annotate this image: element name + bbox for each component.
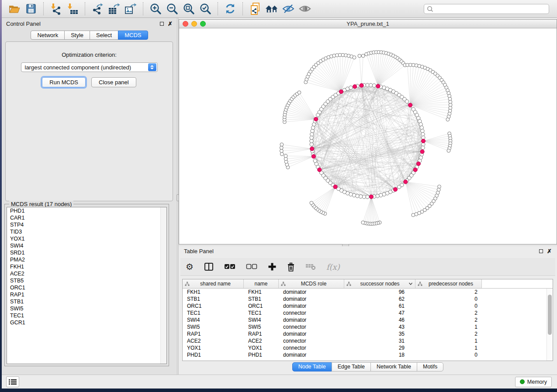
zoom-fit-icon [183,3,195,15]
column-header-name[interactable]: name [244,279,279,288]
table-row[interactable]: SWI5SWI5connector431 [183,323,553,330]
clone-network-button[interactable] [248,2,262,16]
table-row[interactable]: PHD1PHD1dominator180 [183,351,553,358]
export-table-button[interactable] [107,2,121,16]
close-panel-button[interactable]: Close panel [91,77,136,87]
mcds-result-item[interactable]: STP4 [7,221,166,228]
table-toolbar: ⚙ [180,258,555,276]
select-all-columns-button[interactable] [224,261,235,272]
export-image-button[interactable] [124,2,138,16]
column-header-predecessor-nodes[interactable]: predecessor nodes [415,279,482,288]
network-canvas[interactable] [179,28,557,244]
cell-shared-name: YOX1 [183,344,244,351]
memory-button[interactable]: Memory [515,377,552,387]
zoom-in-button[interactable] [149,2,163,16]
status-bar: Memory [2,375,557,389]
apply-preferred-layout-button[interactable] [223,2,237,16]
window-close-icon[interactable] [183,21,188,27]
table-row[interactable]: FKH1FKH1dominator962 [183,289,553,296]
table-scrollbar[interactable] [547,289,553,361]
unselect-all-columns-button[interactable] [246,261,257,272]
table-row[interactable]: TEC1TEC1connector472 [183,309,553,316]
cell-mcds-role: dominator [279,303,344,309]
show-task-history-button[interactable] [6,376,19,387]
float-panel-icon[interactable] [160,22,164,26]
search-input[interactable] [433,6,546,12]
mcds-result-item[interactable]: CAR1 [7,214,166,221]
node-table-header: shared name name MCDS role [183,279,553,289]
first-neighbors-button[interactable] [265,2,279,16]
mcds-result-item[interactable]: SWI4 [7,242,166,249]
window-minimize-icon[interactable] [191,21,197,27]
tab-edge-table[interactable]: Edge Table [332,362,371,371]
import-network-button[interactable] [49,2,63,16]
tab-network-table[interactable]: Network Table [370,362,417,371]
column-header-mcds-role[interactable]: MCDS role [279,279,344,288]
column-header-shared-name[interactable]: shared name [183,279,244,288]
cell-shared-name: STB1 [183,296,244,303]
column-header-successor-nodes[interactable]: successor nodes [344,279,415,288]
mcds-result-item[interactable]: TEC1 [7,312,166,319]
column-header-filler [482,279,553,288]
zoom-fit-button[interactable] [182,2,196,16]
mcds-result-scrollbar[interactable] [160,207,166,364]
mcds-result-item[interactable]: STB1 [7,298,166,305]
tab-mcds[interactable]: MCDS [118,31,148,40]
window-maximize-icon[interactable] [200,21,206,27]
tab-network[interactable]: Network [31,31,65,40]
open-session-button[interactable] [7,2,21,16]
tab-style[interactable]: Style [64,31,90,40]
eye-slash-icon [282,3,295,14]
zoom-in-icon [149,3,162,15]
mcds-result-item[interactable]: ACE2 [7,270,166,277]
float-panel-icon[interactable] [539,249,543,253]
mcds-result-item[interactable]: PHD1 [7,207,166,214]
cell-shared-name: ORC1 [183,303,244,309]
table-row[interactable]: RAP1RAP1dominator352 [183,330,553,337]
mcds-result-item[interactable]: ORC1 [7,284,166,291]
cell-filler [482,296,553,303]
cell-predecessor-nodes: 0 [415,351,482,358]
delete-table-icon [305,263,316,270]
mcds-result-item[interactable]: FKH1 [7,263,166,270]
node-table-body: FKH1FKH1dominator962STB1STB1dominator620… [183,289,553,361]
mcds-result-item[interactable]: SRD1 [7,249,166,256]
mcds-result-item[interactable]: RAP1 [7,291,166,298]
search-box[interactable] [424,4,549,14]
hide-selected-button[interactable] [281,2,295,16]
mcds-result-item[interactable]: PMA2 [7,256,166,263]
table-row[interactable]: ORC1ORC1dominator610 [183,303,553,309]
table-row[interactable]: ACE2ACE2connector311 [183,337,553,344]
table-settings-button[interactable]: ⚙ [186,261,194,272]
save-session-button[interactable] [24,2,38,16]
table-row[interactable]: STB1STB1dominator620 [183,296,553,303]
unchecked-boxes-icon [246,264,257,270]
zoom-out-button[interactable] [165,2,179,16]
mcds-result-item[interactable]: STB5 [7,277,166,284]
create-column-button[interactable] [268,261,277,272]
delete-column-button[interactable] [287,261,295,272]
export-network-button[interactable] [90,2,104,16]
table-row[interactable]: SWI4SWI4dominator462 [183,316,553,323]
close-panel-icon[interactable]: ✗ [168,22,173,26]
run-mcds-button[interactable]: Run MCDS [42,77,86,87]
tab-node-table[interactable]: Node Table [292,362,332,371]
show-all-button[interactable] [298,2,312,16]
mcds-result-item[interactable]: SWI5 [7,305,166,312]
show-columns-button[interactable] [204,261,214,272]
zoom-selected-button[interactable] [198,2,212,16]
delete-table-button[interactable] [305,261,316,272]
cell-mcds-role: dominator [279,289,344,296]
criterion-select[interactable]: largest connected component (undirected) [21,62,158,72]
function-builder-button[interactable]: f(x) [326,261,340,272]
close-panel-icon[interactable]: ✗ [547,249,552,253]
import-table-button[interactable] [66,2,80,16]
mcds-result-item[interactable]: TID3 [7,228,166,235]
table-scrollbar-thumb[interactable] [548,295,552,335]
table-row[interactable]: YOX1YOX1connector291 [183,344,553,351]
mcds-result-item[interactable]: YOX1 [7,235,166,242]
mcds-result-item[interactable]: GCR1 [7,319,166,326]
tab-select[interactable]: Select [90,31,118,40]
node-table: shared name name MCDS role [182,279,553,361]
tab-motifs[interactable]: Motifs [417,362,443,371]
